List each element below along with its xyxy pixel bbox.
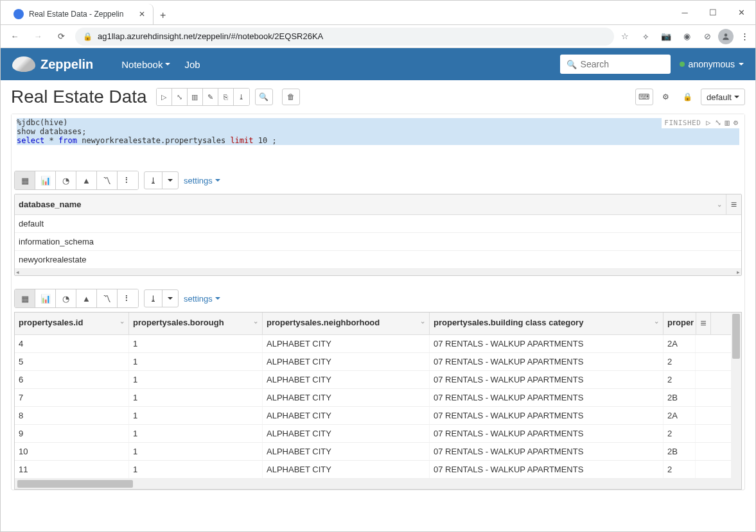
table-row[interactable]: 41ALPHABET CITY07 RENTALS - WALKUP APART…: [15, 335, 741, 353]
table-row[interactable]: 81ALPHABET CITY07 RENTALS - WALKUP APART…: [15, 407, 741, 425]
cell: 1: [129, 335, 263, 352]
viz-line-button[interactable]: 〽: [97, 289, 118, 307]
sort-icon[interactable]: ⌄: [717, 201, 722, 208]
cell: 2: [664, 371, 696, 388]
user-menu[interactable]: anonymous: [680, 59, 744, 69]
table-row[interactable]: 101ALPHABET CITY07 RENTALS - WALKUP APAR…: [15, 443, 741, 461]
table-row[interactable]: 71ALPHABET CITY07 RENTALS - WALKUP APART…: [15, 389, 741, 407]
window-close-icon[interactable]: ✕: [727, 1, 755, 24]
clone-note-button[interactable]: ⎘: [218, 89, 234, 105]
mode-dropdown[interactable]: default: [701, 89, 745, 105]
download-result-button[interactable]: ⤓: [144, 289, 179, 307]
viz-line-button[interactable]: 〽: [97, 171, 118, 189]
zeppelin-brand[interactable]: Zeppelin: [12, 56, 93, 72]
run-all-button[interactable]: ▷: [157, 89, 172, 105]
viz-table-button[interactable]: ▦: [15, 289, 35, 307]
col-header-database-name[interactable]: database_name ⌄: [15, 194, 726, 214]
cast-icon[interactable]: ⟡: [640, 31, 651, 42]
window-maximize-icon[interactable]: ☐: [699, 1, 727, 24]
camera-icon[interactable]: 📷: [660, 31, 672, 42]
notebook-title[interactable]: Real Estate Data: [11, 87, 147, 107]
col-header-extra[interactable]: proper: [664, 313, 696, 334]
horizontal-scrollbar[interactable]: [15, 479, 741, 489]
url-input[interactable]: 🔒 ag1llap.azurehdinsight.net/zeppelin/#/…: [75, 28, 614, 46]
profile-avatar[interactable]: [718, 29, 734, 44]
new-tab-button[interactable]: +: [154, 6, 172, 24]
export-note-button[interactable]: ⤓: [234, 89, 249, 105]
reload-button[interactable]: ⟳: [52, 28, 70, 46]
table-row[interactable]: 91ALPHABET CITY07 RENTALS - WALKUP APART…: [15, 425, 741, 443]
more-icon[interactable]: ⋮: [739, 31, 750, 42]
col-header-building-class[interactable]: propertysales.building class category⌄: [430, 313, 664, 334]
browser-tab[interactable]: Real Estate Data - Zeppelin ✕: [6, 4, 154, 24]
no-entry-icon[interactable]: ⊘: [701, 31, 713, 42]
download-result-button[interactable]: ⤓: [144, 171, 179, 189]
scrollbar-thumb[interactable]: [732, 314, 740, 359]
delete-note-button[interactable]: 🗑: [282, 89, 300, 105]
star-icon[interactable]: ☆: [619, 31, 631, 42]
table-row[interactable]: default: [15, 215, 741, 233]
show-hide-code-button[interactable]: ⤡: [172, 89, 188, 105]
search-code-button[interactable]: 🔍: [255, 89, 273, 105]
table-menu-icon[interactable]: ≡: [696, 313, 711, 334]
col-header-id[interactable]: propertysales.id⌄: [15, 313, 129, 334]
browser-title-bar: Real Estate Data - Zeppelin ✕ + ─ ☐ ✕: [1, 1, 755, 25]
viz-scatter-button[interactable]: ⠇: [118, 171, 138, 189]
col-header-neighborhood[interactable]: propertysales.neighborhood⌄: [263, 313, 430, 334]
code-line-2: show databases;: [17, 127, 86, 136]
run-paragraph-icon[interactable]: ▷: [706, 118, 710, 127]
sort-icon[interactable]: ⌄: [253, 318, 258, 325]
viz-pie-button[interactable]: ◔: [56, 171, 76, 189]
cell: 07 RENTALS - WALKUP APARTMENTS: [430, 389, 664, 406]
code-editor[interactable]: %jdbc(hive) show databases; select * fro…: [12, 114, 744, 167]
paragraph-settings-icon[interactable]: ⚙: [734, 118, 738, 127]
cell: 2B: [664, 443, 696, 460]
sort-icon[interactable]: ⌄: [119, 318, 125, 325]
table-row[interactable]: 111ALPHABET CITY07 RENTALS - WALKUP APAR…: [15, 461, 741, 479]
cell-database-name: information_schema: [15, 233, 741, 250]
table-row[interactable]: information_schema: [15, 233, 741, 251]
back-button[interactable]: ←: [6, 28, 24, 46]
hide-editor-icon[interactable]: ⤡: [715, 118, 721, 127]
search-input[interactable]: [581, 59, 664, 69]
record-icon[interactable]: ◉: [681, 31, 692, 42]
note-toolbar: Real Estate Data ▷ ⤡ ▥ ✎ ⎘ ⤓ 🔍 🗑 ⌨ ⚙ 🔒 d…: [1, 80, 755, 114]
viz-table-button[interactable]: ▦: [15, 171, 35, 189]
sort-icon[interactable]: ⌄: [654, 318, 659, 325]
settings-link[interactable]: settings: [184, 294, 220, 304]
table-row[interactable]: newyorkrealestate: [15, 251, 741, 269]
forward-button[interactable]: →: [29, 28, 47, 46]
table-row[interactable]: 61ALPHABET CITY07 RENTALS - WALKUP APART…: [15, 371, 741, 389]
keyboard-shortcuts-button[interactable]: ⌨: [635, 89, 653, 105]
cell: 07 RENTALS - WALKUP APARTMENTS: [430, 461, 664, 478]
caret-down-icon: [215, 297, 220, 300]
svg-point-0: [725, 33, 728, 37]
scrollbar-thumb[interactable]: [17, 480, 133, 488]
permissions-button[interactable]: 🔒: [679, 89, 697, 105]
tab-close-icon[interactable]: ✕: [139, 10, 145, 19]
viz-bar-button[interactable]: 📊: [35, 171, 56, 189]
interpreter-binding-button[interactable]: ⚙: [657, 89, 675, 105]
col-header-borough[interactable]: propertysales.borough⌄: [129, 313, 263, 334]
window-minimize-icon[interactable]: ─: [671, 1, 699, 24]
nav-notebook[interactable]: Notebook: [121, 59, 170, 70]
viz-bar-button[interactable]: 📊: [35, 289, 56, 307]
viz-area-button[interactable]: ▲: [76, 171, 97, 189]
search-box[interactable]: 🔍: [560, 55, 671, 74]
hide-output-icon[interactable]: ▥: [725, 118, 730, 127]
settings-link[interactable]: settings: [184, 176, 220, 185]
cell: ALPHABET CITY: [263, 371, 430, 388]
nav-job[interactable]: Job: [184, 59, 200, 70]
clear-output-button[interactable]: ✎: [203, 89, 218, 105]
sort-icon[interactable]: ⌄: [420, 318, 425, 325]
table-menu-icon[interactable]: ≡: [726, 194, 741, 214]
table-row[interactable]: 51ALPHABET CITY07 RENTALS - WALKUP APART…: [15, 353, 741, 371]
caret-down-icon: [165, 63, 170, 65]
vertical-scrollbar[interactable]: [731, 313, 741, 479]
cell: 2B: [664, 389, 696, 406]
viz-area-button[interactable]: ▲: [76, 289, 97, 307]
viz-scatter-button[interactable]: ⠇: [118, 289, 138, 307]
viz-pie-button[interactable]: ◔: [56, 289, 76, 307]
show-hide-output-button[interactable]: ▥: [188, 89, 203, 105]
result-toolbar-1: ▦ 📊 ◔ ▲ 〽 ⠇ ⤓ settings: [12, 167, 744, 194]
